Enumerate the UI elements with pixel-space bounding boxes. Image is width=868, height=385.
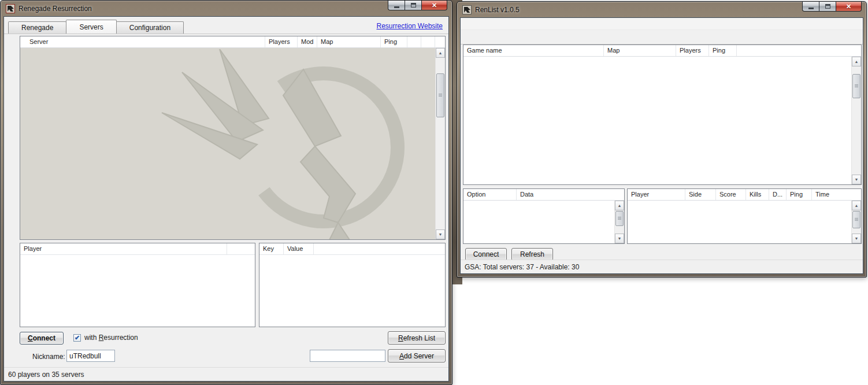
connect-button[interactable]: Connect xyxy=(465,248,507,261)
column-header-side[interactable]: Side xyxy=(685,189,716,200)
close-button[interactable]: ✕ xyxy=(421,0,447,10)
scroll-up-icon[interactable]: ▲ xyxy=(852,201,861,210)
window-title: RenList v1.0.5 xyxy=(475,6,520,14)
titlebar[interactable]: Renegade Resurrection ✕ xyxy=(1,1,452,16)
window-renlist: RenList v1.0.5 ✕ Game name Map Players P… xyxy=(457,1,867,277)
scroll-down-icon[interactable]: ▼ xyxy=(852,234,861,243)
scroll-up-icon[interactable]: ▲ xyxy=(615,201,624,210)
players-panel: Player Side Score Kills D... Ping Time ▲… xyxy=(627,188,862,244)
column-header-key[interactable]: Key xyxy=(259,243,284,254)
tab-configuration[interactable]: Configuration xyxy=(116,21,184,34)
player-list-panel: Player xyxy=(20,243,255,327)
app-icon xyxy=(462,5,472,14)
option-panel: Option Data ▲ ▼ xyxy=(463,188,625,244)
game-list-header: Game name Map Players Ping xyxy=(463,45,861,57)
column-header-time[interactable]: Time xyxy=(812,189,861,200)
window-title: Renegade Resurrection xyxy=(18,5,92,13)
tab-servers[interactable]: Servers xyxy=(66,20,116,34)
minimize-button[interactable] xyxy=(388,0,405,10)
column-header-data[interactable]: Data xyxy=(517,189,624,200)
server-rows xyxy=(20,48,435,239)
maximize-button[interactable] xyxy=(819,1,836,12)
status-text: 60 players on 35 servers xyxy=(8,371,84,379)
status-text: GSA: Total servers: 37 - Available: 30 xyxy=(465,263,579,271)
column-header-value[interactable]: Value xyxy=(284,243,314,254)
scroll-up-icon[interactable]: ▲ xyxy=(436,48,445,58)
client-area: RenegadeServersConfiguration Resurrectio… xyxy=(3,16,449,382)
nickname-label: Nickname: xyxy=(32,353,65,361)
column-header-ping[interactable]: Ping xyxy=(709,45,737,56)
tab-renegade[interactable]: Renegade xyxy=(8,21,66,34)
option-scrollbar[interactable]: ▲ ▼ xyxy=(614,201,624,243)
column-header-map[interactable]: Map xyxy=(604,45,676,56)
scroll-down-icon[interactable]: ▼ xyxy=(615,234,624,243)
close-button[interactable]: ✕ xyxy=(836,1,862,12)
with-resurrection-checkbox[interactable]: ✔ xyxy=(73,334,81,342)
game-rows xyxy=(463,57,851,184)
column-header-map[interactable]: Map xyxy=(317,36,381,47)
resize-grip[interactable] xyxy=(855,265,862,272)
game-list-scrollbar[interactable]: ▲ ▼ xyxy=(851,57,861,184)
server-list-scrollbar[interactable]: ▲ ▼ xyxy=(435,48,445,239)
add-server-button[interactable]: Add Server xyxy=(388,349,446,362)
tab-strip: RenegadeServersConfiguration xyxy=(8,20,184,34)
column-header-players[interactable]: Players xyxy=(265,36,298,47)
resize-grip[interactable] xyxy=(440,373,447,380)
column-header-deaths[interactable]: D... xyxy=(769,189,787,200)
column-header-player[interactable]: Player xyxy=(628,189,685,200)
scrollbar-thumb[interactable] xyxy=(436,73,444,117)
refresh-button[interactable]: Refresh xyxy=(511,248,553,261)
scroll-up-icon[interactable]: ▲ xyxy=(852,57,861,66)
titlebar[interactable]: RenList v1.0.5 ✕ xyxy=(457,2,866,17)
server-list: Server Players Mod Map Ping xyxy=(20,36,446,240)
maximize-button[interactable] xyxy=(405,0,421,10)
connect-button[interactable]: Connect xyxy=(20,332,64,345)
resurrection-website-link[interactable]: Resurrection Website xyxy=(377,22,443,30)
column-header-mod[interactable]: Mod xyxy=(298,36,317,47)
app-icon xyxy=(6,4,15,13)
game-list: Game name Map Players Ping ▲ ▼ xyxy=(463,45,862,185)
scroll-down-icon[interactable]: ▼ xyxy=(852,175,861,184)
option-panel-header: Option Data xyxy=(463,189,624,201)
column-header-player[interactable]: Player xyxy=(20,243,227,254)
minimize-button[interactable] xyxy=(802,1,819,12)
status-bar: GSA: Total servers: 37 - Available: 30 xyxy=(461,260,863,273)
column-header-score[interactable]: Score xyxy=(716,189,746,200)
column-header-players[interactable]: Players xyxy=(676,45,709,56)
column-header-option[interactable]: Option xyxy=(463,189,517,200)
with-resurrection-label: with Resurrection xyxy=(84,334,138,342)
window-renegade-resurrection: Renegade Resurrection ✕ RenegadeServersC… xyxy=(0,0,452,385)
option-rows xyxy=(463,201,614,243)
column-header-ping[interactable]: Ping xyxy=(787,189,812,200)
client-area: Game name Map Players Ping ▲ ▼ Option Da… xyxy=(460,17,863,274)
server-list-header: Server Players Mod Map Ping xyxy=(20,36,445,48)
scroll-down-icon[interactable]: ▼ xyxy=(436,229,445,239)
key-value-panel: Key Value xyxy=(259,243,446,327)
scrollbar-thumb[interactable] xyxy=(852,74,860,98)
players-panel-header: Player Side Score Kills D... Ping Time xyxy=(628,189,861,201)
status-bar: 60 players on 35 servers xyxy=(4,367,448,381)
menu-bar xyxy=(461,18,863,30)
players-scrollbar[interactable]: ▲ ▼ xyxy=(851,201,861,243)
column-header-ping[interactable]: Ping xyxy=(381,36,407,47)
scrollbar-thumb[interactable] xyxy=(852,211,860,228)
nickname-input[interactable]: uTRedbull xyxy=(66,350,115,362)
tab-strip-line xyxy=(4,34,448,34)
column-header-kills[interactable]: Kills xyxy=(746,189,769,200)
column-header-server[interactable]: Server xyxy=(20,36,265,47)
scrollbar-thumb[interactable] xyxy=(615,211,624,226)
column-header-game-name[interactable]: Game name xyxy=(463,45,604,56)
add-server-input[interactable] xyxy=(310,350,385,362)
refresh-list-button[interactable]: Refresh List xyxy=(388,331,446,345)
player-rows xyxy=(628,201,851,243)
